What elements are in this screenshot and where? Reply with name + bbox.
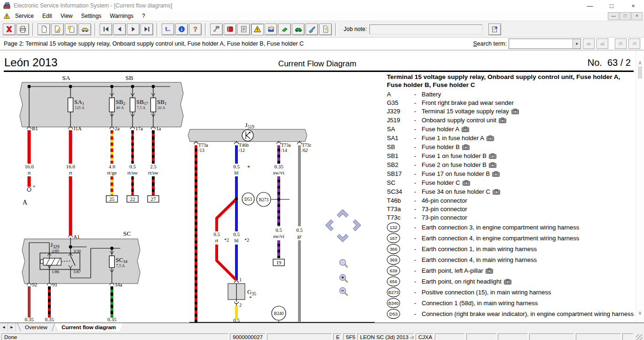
camera-icon[interactable] (493, 189, 500, 195)
toolbar-button[interactable] (292, 24, 305, 35)
tab-scroll-right-button[interactable]: ▶ (8, 323, 16, 331)
component-description: Front right brake pad wear sender (422, 99, 514, 106)
scroll-down-icon[interactable]: ∨ (636, 310, 644, 316)
warning-icon (2, 13, 11, 19)
svg-text:20 A: 20 A (157, 105, 165, 110)
svg-text:2.5: 2.5 (150, 164, 157, 169)
scrollbar-thumb[interactable] (638, 66, 642, 79)
search-dropdown-button[interactable]: ▾ (573, 39, 581, 48)
toolbar-button[interactable] (306, 24, 318, 35)
toolbar-button[interactable] (51, 24, 64, 35)
camera-icon[interactable] (504, 279, 511, 285)
toolbar-button[interactable] (319, 24, 332, 35)
toolbar-button[interactable] (210, 24, 223, 35)
scroll-up-icon[interactable]: ∧ (636, 60, 644, 66)
svg-text:SB: SB (126, 74, 134, 81)
zoom-out-button[interactable] (340, 288, 347, 295)
svg-text:1: 1 (239, 277, 242, 282)
zoom-select-button[interactable] (340, 260, 347, 267)
toolbar-button[interactable] (224, 24, 236, 35)
camera-icon[interactable] (489, 162, 496, 168)
camera-icon[interactable] (511, 109, 519, 114)
toolbar-button[interactable] (38, 24, 50, 35)
toolbar-icon (191, 25, 199, 33)
status-panel: CJXA (416, 333, 433, 340)
toolbar-button[interactable] (79, 24, 91, 35)
window-maximize-button[interactable]: □ (601, 0, 622, 11)
search-combobox[interactable]: ▾ (509, 39, 581, 49)
svg-text:0.5: 0.5 (233, 231, 240, 237)
pan-right-button[interactable] (354, 221, 359, 230)
camera-icon[interactable] (462, 127, 469, 132)
window-minimize-button[interactable]: — (579, 0, 601, 11)
toolbar-button[interactable] (175, 24, 188, 35)
menu-item[interactable]: ? (138, 12, 149, 20)
camera-icon[interactable] (492, 171, 500, 177)
svg-text:rt: rt (28, 170, 31, 175)
toolbar-icon (308, 25, 316, 33)
search-input[interactable] (509, 39, 573, 48)
jump-previous-match-button[interactable] (615, 39, 627, 49)
menu-item[interactable]: Edit (38, 12, 56, 20)
app-icon (3, 2, 11, 9)
toolbar-button[interactable] (3, 24, 16, 35)
job-note-input[interactable] (369, 24, 482, 34)
pan-up-button[interactable] (338, 212, 347, 216)
search-previous-button[interactable] (597, 39, 608, 49)
svg-text:92: 92 (32, 282, 37, 287)
camera-icon[interactable] (487, 135, 494, 141)
toolbar-button[interactable] (488, 24, 501, 35)
tab[interactable]: Current flow diagram (55, 323, 123, 331)
svg-text:B340: B340 (274, 311, 284, 316)
component-code: T73a (387, 206, 401, 213)
status-panels: 9000000027E5F5LEON SC (3d) 2013 ->CJXA (230, 333, 634, 340)
status-panel (622, 333, 634, 340)
toolbar-button[interactable] (251, 24, 264, 35)
svg-text:2a: 2a (115, 126, 120, 131)
toolbar-button[interactable] (265, 24, 277, 35)
toolbar-button[interactable] (113, 24, 126, 35)
window-close-button[interactable]: × (622, 0, 644, 11)
toolbar-icon (240, 25, 248, 33)
svg-text:0.35: 0.35 (274, 164, 283, 169)
toolbar-button[interactable] (237, 24, 250, 35)
menu-item[interactable]: View (56, 12, 77, 20)
pan-down-button[interactable] (338, 235, 347, 240)
jump-next-match-button[interactable] (628, 39, 640, 49)
svg-text:J1A: J1A (73, 126, 82, 131)
camera-icon[interactable] (499, 118, 506, 123)
legend-entry: T46b - 46-pin connector (387, 197, 635, 204)
toolbar-button[interactable] (16, 24, 29, 35)
camera-icon[interactable] (463, 180, 470, 186)
tab-scroll-left-button[interactable]: ◀ (0, 323, 8, 331)
mdi-close-button[interactable]: × (631, 12, 643, 20)
svg-text:bl: bl (235, 237, 239, 243)
tab[interactable]: Overview (18, 323, 55, 331)
zoom-in-button[interactable] (340, 275, 347, 282)
menu-item[interactable]: Settings (77, 12, 106, 20)
toolbar-button[interactable] (141, 24, 153, 35)
camera-icon[interactable] (462, 144, 470, 150)
toolbar-button[interactable] (127, 24, 140, 35)
toolbar-button[interactable] (278, 24, 291, 35)
vertical-scrollbar[interactable]: ∧ ∨ (636, 50, 644, 323)
pan-left-button[interactable] (328, 221, 332, 230)
camera-icon[interactable] (489, 153, 496, 159)
mdi-restore-button[interactable]: □ (620, 12, 631, 20)
toolbar-button[interactable] (189, 24, 202, 35)
resize-grip[interactable] (636, 334, 643, 340)
mdi-minimize-button[interactable]: — (608, 12, 619, 20)
toolbar-button[interactable] (65, 24, 78, 35)
toolbar-icon (143, 25, 151, 33)
search-next-button[interactable] (583, 39, 595, 49)
svg-text:0.35: 0.35 (107, 316, 117, 322)
toolbar-button[interactable] (162, 24, 174, 35)
toolbar-button[interactable] (100, 24, 112, 35)
legend-entry: J329 - Terminal 15 voltage supply relay (387, 108, 635, 115)
camera-icon[interactable] (486, 268, 493, 274)
svg-text:*: * (247, 164, 250, 171)
menu-item[interactable]: Service (11, 12, 38, 20)
menu-item[interactable]: Warnings (106, 12, 138, 20)
legend-entry: B340 - Connection 1 (58d), in main wirin… (387, 298, 635, 308)
legend-entries: A - Battery G35 - Front right brake pad … (387, 91, 635, 319)
